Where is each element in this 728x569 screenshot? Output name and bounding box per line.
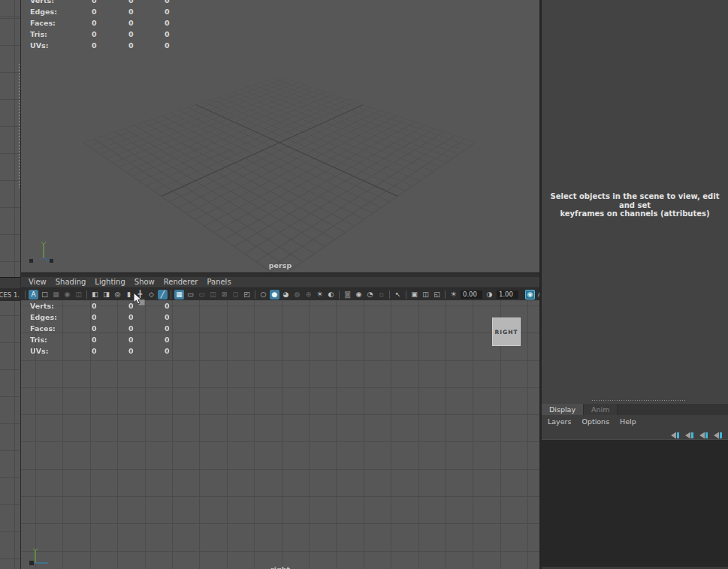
menu-show[interactable]: Show: [134, 277, 155, 288]
gamma-field[interactable]: 1.00: [497, 291, 518, 299]
resolution-gate-icon[interactable]: ▭: [197, 290, 207, 300]
hud-value: 0: [165, 324, 170, 333]
panel-menubar: ViewShadingLightingShowRendererPanels: [21, 277, 539, 288]
hud-value: 0: [165, 313, 170, 321]
menu-renderer[interactable]: Renderer: [164, 277, 198, 288]
layer-list-empty-area[interactable]: [542, 439, 728, 567]
menu-view[interactable]: View: [29, 277, 47, 288]
hud-value: 0: [128, 336, 134, 344]
hud-value: 0: [92, 347, 97, 355]
contrast-icon[interactable]: ◑: [485, 290, 494, 300]
left-viewport-menubar-fragment: [0, 278, 21, 288]
panel-toolbar: A□▦◉◫◧◨◎▮╋◇╱▦▭▭◫⊠◻◰○●◕◍⊛☀◐◙◉◔▫↖▣◫◱☀0.00◑…: [21, 288, 539, 300]
hud-value: 0: [165, 336, 170, 344]
isolate-select-icon[interactable]: ↖: [393, 290, 403, 300]
layer-editor-menubar: LayersOptionsHelp: [542, 415, 728, 427]
hud-value: 0: [128, 30, 134, 38]
toolbar-separator: [339, 291, 340, 299]
right-ortho-viewport[interactable]: Verts:000Edges:000Faces:000Tris:000UVs:0…: [21, 300, 539, 569]
exposure-icon[interactable]: ☀: [449, 290, 458, 300]
move-layer-up-icon[interactable]: [669, 429, 681, 438]
hud-label: UVs:: [30, 41, 49, 50]
hud-value: 0: [92, 302, 97, 310]
perspective-viewport[interactable]: Verts:000Edges:000Faces:000Tris:000UVs:0…: [21, 0, 539, 272]
toolbar-separator: [86, 291, 87, 299]
renderer-name-icon[interactable]: A: [29, 290, 38, 300]
depth-of-field-icon[interactable]: ▫: [376, 290, 386, 300]
hud-row: Verts:000: [21, 0, 201, 7]
select-camera-icon[interactable]: ◧: [90, 290, 100, 300]
panel-splitter-handle[interactable]: [19, 64, 20, 188]
left-viewport-toolbar-row: ACES 1.: [0, 288, 21, 301]
left-neighbor-viewport[interactable]: ACES 1.: [0, 0, 21, 569]
left-viewport-toolbar-fragment: ACES 1.: [0, 277, 21, 300]
camera-attributes-icon[interactable]: ◎: [113, 290, 122, 300]
hud-value: 0: [165, 41, 170, 50]
xray-icon[interactable]: ⊛: [304, 290, 313, 300]
lock-camera-icon[interactable]: ◨: [101, 290, 111, 300]
layer-menu-options[interactable]: Options: [581, 417, 609, 426]
hud-value: 0: [128, 19, 134, 27]
motion-blur-icon[interactable]: ◉: [354, 290, 364, 300]
gate-mask-icon[interactable]: ◫: [208, 290, 218, 300]
xray-joints-icon[interactable]: ◫: [421, 290, 430, 300]
viewport-toggle-b-icon[interactable]: ◉: [62, 290, 72, 300]
grease-pencil-icon[interactable]: ╱: [158, 290, 168, 300]
menu-panels[interactable]: Panels: [207, 277, 231, 288]
film-gate-icon[interactable]: ▭: [186, 290, 195, 300]
toolbar-separator: [445, 291, 446, 299]
hud-value: 0: [92, 8, 97, 16]
hud-value: 0: [128, 41, 134, 50]
hud-row: Verts:000: [21, 301, 201, 312]
shadows-icon[interactable]: ◐: [326, 290, 336, 300]
shaded-icon[interactable]: ●: [270, 290, 279, 300]
move-layer-down-icon[interactable]: [684, 429, 695, 438]
occlusion-icon[interactable]: ◙: [343, 290, 352, 300]
hud-label: Verts:: [30, 302, 54, 310]
tab-display[interactable]: Display: [542, 404, 584, 415]
hud-value: 0: [128, 324, 134, 333]
layer-editor-tabs: DisplayAnim: [542, 404, 728, 415]
layer-editor-splitter-handle[interactable]: [592, 400, 685, 401]
hud-value: 0: [128, 8, 134, 16]
hud-value: 0: [92, 41, 97, 50]
hud-value: 0: [92, 313, 97, 321]
hud-value: 0: [92, 336, 97, 344]
exposure-field[interactable]: 0.00: [461, 291, 482, 299]
maximize-viewport-icon[interactable]: ◱: [432, 290, 442, 300]
tab-anim[interactable]: Anim: [584, 404, 618, 415]
wireframe-icon[interactable]: ○: [258, 290, 268, 300]
perspective-ground-grid: [83, 77, 476, 272]
menu-shading[interactable]: Shading: [56, 277, 86, 288]
layer-menu-layers[interactable]: Layers: [548, 417, 571, 426]
wireframe-on-shaded-icon[interactable]: ◍: [292, 290, 302, 300]
hud-label: UVs:: [30, 347, 49, 355]
xray-display-icon[interactable]: ▣: [409, 290, 419, 300]
hud-row: Faces:000: [21, 324, 201, 335]
viewport-toggle-c-icon[interactable]: ◫: [74, 290, 83, 300]
textured-icon[interactable]: ◕: [281, 290, 291, 300]
lights-icon[interactable]: ☀: [315, 290, 325, 300]
layer-menu-help[interactable]: Help: [620, 417, 636, 426]
hud-label: Tris:: [30, 336, 47, 344]
anti-alias-icon[interactable]: ◔: [365, 290, 375, 300]
viewport-toggle-a-icon[interactable]: ▦: [51, 290, 61, 300]
hud-row: UVs:000: [21, 346, 201, 357]
maya-workspace: ACES 1. Verts:000Edges:000Faces:000Tris:…: [0, 0, 728, 569]
view-transform-icon[interactable]: ◉: [525, 290, 535, 300]
new-layer-from-selected-icon[interactable]: [712, 429, 723, 438]
hud-label: Edges:: [30, 8, 57, 16]
field-chart-icon[interactable]: ⊠: [219, 290, 229, 300]
selection-highlight-icon[interactable]: □: [40, 290, 50, 300]
hud-value: 0: [165, 8, 170, 16]
menu-lighting[interactable]: Lighting: [95, 277, 125, 288]
hud-label: Edges:: [30, 313, 57, 321]
hud-row: Tris:000: [21, 29, 201, 41]
safe-action-icon[interactable]: ◻: [231, 290, 240, 300]
hud-value: 0: [165, 0, 170, 5]
new-empty-layer-icon[interactable]: [698, 429, 709, 438]
safe-title-icon[interactable]: ◰: [242, 290, 252, 300]
right-view-image-plane[interactable]: RIGHT: [492, 318, 521, 346]
grid-toggle-icon[interactable]: ▦: [174, 290, 184, 300]
toolbar-separator: [255, 291, 255, 299]
